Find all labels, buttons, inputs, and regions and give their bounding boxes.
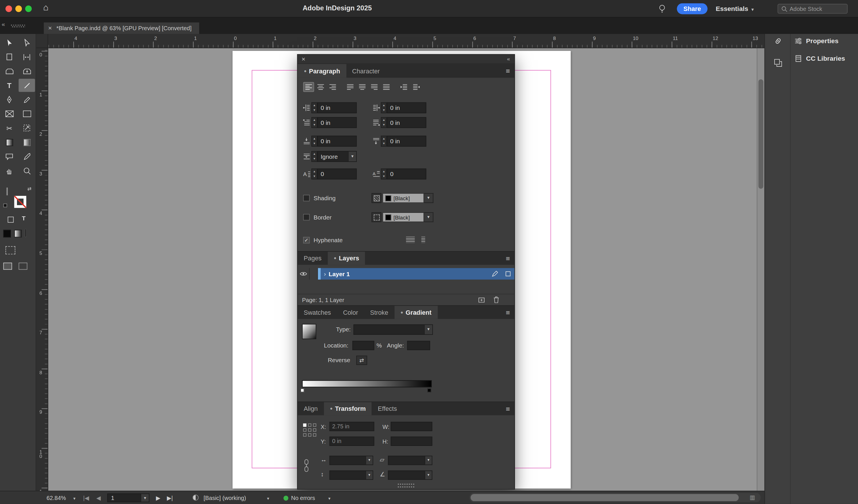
selection-tool[interactable] (1, 36, 18, 49)
window-close-button[interactable] (5, 5, 12, 12)
layer-name[interactable]: Layer 1 (329, 271, 350, 277)
close-panel-icon[interactable]: × (302, 55, 305, 63)
rotate-dropdown[interactable]: ▾ (388, 471, 432, 480)
align-center-button[interactable] (315, 82, 326, 92)
note-tool[interactable] (1, 150, 18, 163)
layer-visibility-toggle[interactable] (298, 268, 310, 280)
layer-selected-area[interactable]: › Layer 1 (318, 268, 514, 280)
swap-fill-stroke-icon[interactable]: ⇄ (27, 186, 31, 192)
drop-cap-lines-stepper[interactable]: ▴▾ (311, 168, 317, 179)
gradient-type-dropdown[interactable]: ▾ (354, 325, 433, 335)
document-tab[interactable]: × *Blank Page.indd @ 63% [GPU Preview] [… (44, 22, 199, 34)
drop-cap-characters-stepper[interactable]: ▴▾ (381, 168, 387, 179)
panel-menu-icon[interactable]: ≡ (506, 67, 510, 75)
cc-libraries-panel-tab[interactable]: CC Libraries (794, 51, 856, 66)
shading-settings-button[interactable] (371, 193, 381, 203)
formatting-affects-text-button[interactable]: T (22, 215, 26, 222)
align-away-from-spine-button[interactable] (410, 82, 421, 92)
next-page-button[interactable]: ▶ (156, 494, 160, 501)
vertical-scrollbar-thumb[interactable] (759, 79, 763, 189)
cc-libraries-panel-button[interactable] (769, 55, 786, 71)
formatting-affects-container-button[interactable] (8, 217, 14, 223)
space-before-input[interactable]: 0 in (317, 136, 357, 147)
shading-color-swatch[interactable]: [Black] (382, 193, 424, 203)
tab-paragraph[interactable]: ∘ Paragraph (298, 64, 346, 78)
border-checkbox[interactable] (303, 214, 310, 221)
type-tool[interactable]: T (1, 79, 18, 92)
gradient-swatch-tool[interactable] (1, 136, 18, 149)
home-icon[interactable]: ⌂ (43, 3, 48, 13)
collapse-panel-icon[interactable]: « (507, 56, 510, 62)
align-left-button[interactable] (303, 82, 314, 92)
tab-swatches[interactable]: Swatches (298, 306, 337, 319)
drop-cap-lines-input[interactable]: 0 (317, 168, 357, 179)
window-minimize-button[interactable] (15, 5, 22, 12)
gradient-angle-input[interactable] (407, 341, 430, 350)
tab-transform[interactable]: ∘ Transform (324, 402, 372, 416)
hyphenate-checkbox[interactable]: ✓ (303, 237, 310, 243)
default-fill-stroke-icon[interactable] (3, 204, 7, 207)
left-indent-input[interactable]: 0 in (317, 102, 357, 113)
scale-x-dropdown[interactable]: ▾ (330, 456, 373, 465)
last-page-button[interactable]: ▶| (167, 494, 173, 501)
view-options-button[interactable] (5, 246, 15, 255)
apply-color-button[interactable] (3, 230, 11, 238)
chevron-down-icon[interactable]: ▾ (365, 471, 372, 479)
panel-resize-grip[interactable] (398, 484, 414, 487)
chevron-down-icon[interactable]: ▾ (424, 325, 432, 334)
border-settings-button[interactable] (371, 212, 381, 222)
page-number-dropdown-icon[interactable]: ▾ (141, 493, 149, 502)
disclosure-icon[interactable]: › (324, 270, 326, 277)
fill-swatch[interactable] (6, 188, 8, 195)
preflight-status-text[interactable]: No errors (291, 494, 315, 501)
y-input[interactable]: 0 in (330, 437, 374, 446)
h-input[interactable] (391, 437, 432, 446)
gradient-reverse-button[interactable]: ⇄ (356, 356, 367, 365)
collapse-tools-icon[interactable]: « (2, 21, 5, 27)
gradient-stop-start[interactable] (300, 388, 304, 392)
apply-gradient-button[interactable] (14, 230, 22, 238)
chevron-down-icon[interactable]: ▾ (365, 456, 372, 465)
justify-all-button[interactable] (381, 82, 392, 92)
tab-effects[interactable]: Effects (372, 402, 403, 416)
split-view-icon[interactable]: ▥ (749, 494, 755, 501)
constrain-proportions-icon[interactable] (303, 458, 310, 473)
close-document-icon[interactable]: × (48, 22, 52, 34)
workspace-switcher[interactable]: Essentials▾ (716, 5, 754, 13)
horizontal-scrollbar-thumb[interactable] (471, 494, 739, 501)
tab-gradient[interactable]: ∘ Gradient (394, 306, 438, 319)
gradient-preview-swatch[interactable] (302, 324, 316, 339)
justify-last-right-button[interactable] (369, 82, 380, 92)
direct-selection-tool[interactable] (19, 36, 35, 49)
shading-checkbox[interactable] (303, 195, 310, 201)
justify-last-left-button[interactable] (345, 82, 356, 92)
page-number-input[interactable]: 1 (107, 493, 141, 502)
apply-none-button[interactable] (25, 229, 26, 237)
screen-mode-normal-button[interactable] (3, 263, 12, 270)
horizontal-ruler[interactable]: 4321012345678910111213 (48, 34, 764, 48)
tab-align[interactable]: Align (298, 402, 324, 416)
zoom-dropdown-icon[interactable]: ▾ (73, 496, 76, 501)
vertical-ruler[interactable]: 01234567891011 (36, 48, 48, 491)
layer-row[interactable]: › Layer 1 (298, 268, 514, 280)
search-input[interactable] (790, 5, 844, 12)
border-color-swatch[interactable]: [Black] (382, 212, 424, 222)
errors-dropdown-icon[interactable]: ▾ (328, 496, 331, 501)
gradient-ramp[interactable] (302, 380, 432, 388)
first-line-indent-stepper[interactable]: ▴▾ (311, 117, 317, 128)
preflight-profile[interactable]: [Basic] (working) (203, 494, 246, 501)
panel-titlebar[interactable]: × « (298, 55, 514, 64)
scale-y-dropdown[interactable]: ▾ (330, 471, 373, 480)
last-line-indent-stepper[interactable]: ▴▾ (381, 117, 387, 128)
shading-color-dropdown[interactable]: ▾ (424, 193, 433, 203)
lightbulb-icon[interactable] (659, 4, 666, 13)
pen-tool[interactable] (1, 93, 18, 106)
horizontal-scrollbar[interactable] (470, 493, 761, 502)
panel-menu-icon[interactable]: ≡ (506, 405, 510, 413)
scissors-tool[interactable]: ✂ (1, 121, 18, 135)
properties-panel-tab[interactable]: Properties (794, 34, 856, 48)
space-between-same-style-stepper[interactable]: ▴▾ (311, 151, 317, 162)
align-towards-spine-button[interactable] (398, 82, 410, 92)
pencil-tool[interactable] (19, 93, 35, 106)
space-after-input[interactable]: 0 in (387, 136, 426, 147)
